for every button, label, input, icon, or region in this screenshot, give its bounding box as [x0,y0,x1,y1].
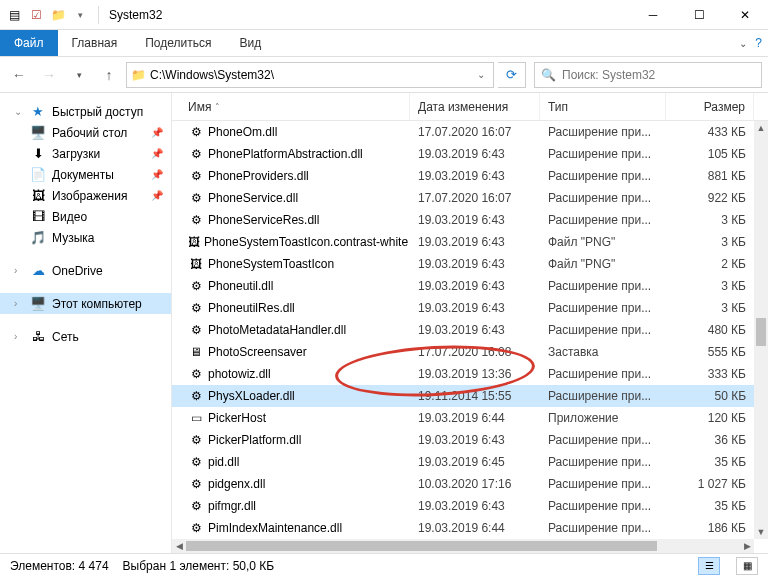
view-thumbnails-button[interactable]: ▦ [736,557,758,575]
table-row[interactable]: ⚙PhotoMetadataHandler.dll19.03.2019 6:43… [172,319,768,341]
address-input[interactable] [150,68,469,82]
maximize-button[interactable]: ☐ [676,0,722,30]
scroll-thumb[interactable] [186,541,657,551]
tab-view[interactable]: Вид [225,30,275,56]
table-row[interactable]: ▭PickerHost19.03.2019 6:44Приложение120 … [172,407,768,429]
file-icon: ▭ [188,411,204,425]
table-row[interactable]: ⚙PickerPlatform.dll19.03.2019 6:43Расшир… [172,429,768,451]
file-name: PhoneSystemToastIcon [208,257,334,271]
sidebar-item-label: Видео [52,210,87,224]
vertical-scrollbar[interactable]: ▲ ▼ [754,121,768,539]
tab-home[interactable]: Главная [58,30,132,56]
address-dropdown-icon[interactable]: ⌄ [473,69,489,80]
col-name[interactable]: Имя˄ [172,93,410,120]
sidebar-onedrive[interactable]: › ☁ OneDrive [0,260,171,281]
sidebar-item[interactable]: 🎵Музыка [0,227,171,248]
table-row[interactable]: 🖥PhotoScreensaver17.07.2020 16:08Заставк… [172,341,768,363]
sidebar-quick-access[interactable]: ⌄ ★ Быстрый доступ [0,101,171,122]
file-date: 19.03.2019 6:43 [410,257,540,271]
sidebar-item[interactable]: 🎞Видео [0,206,171,227]
scroll-down-icon[interactable]: ▼ [754,525,768,539]
file-size: 1 027 КБ [666,477,754,491]
search-icon: 🔍 [541,68,556,82]
file-icon: ⚙ [188,367,204,381]
chevron-right-icon[interactable]: › [14,265,24,276]
file-icon: ⚙ [188,169,204,183]
scroll-up-icon[interactable]: ▲ [754,121,768,135]
window-title: System32 [103,8,162,22]
scroll-thumb[interactable] [756,318,766,346]
file-size: 105 КБ [666,147,754,161]
sidebar-item[interactable]: 🖼Изображения📌 [0,185,171,206]
address-bar[interactable]: 📁 ⌄ [126,62,494,88]
back-button[interactable]: ← [6,62,32,88]
table-row[interactable]: 🖼PhoneSystemToastIcon19.03.2019 6:43Файл… [172,253,768,275]
col-date[interactable]: Дата изменения [410,93,540,120]
scroll-right-icon[interactable]: ▶ [740,539,754,553]
chevron-right-icon[interactable]: › [14,298,24,309]
file-date: 19.03.2019 6:43 [410,323,540,337]
table-row[interactable]: ⚙PhoneutilRes.dll19.03.2019 6:43Расширен… [172,297,768,319]
table-row[interactable]: ⚙pidgenx.dll10.03.2020 17:16Расширение п… [172,473,768,495]
table-row[interactable]: ⚙photowiz.dll19.03.2019 13:36Расширение … [172,363,768,385]
file-icon: ⚙ [188,389,204,403]
table-row[interactable]: 🖼PhoneSystemToastIcon.contrast-white19.0… [172,231,768,253]
file-type: Расширение при... [540,323,666,337]
file-list[interactable]: ⚙PhoneOm.dll17.07.2020 16:07Расширение п… [172,121,768,539]
file-name: pifmgr.dll [208,499,256,513]
file-type: Расширение при... [540,367,666,381]
chevron-right-icon[interactable]: › [14,331,24,342]
col-type[interactable]: Тип [540,93,666,120]
properties-shortcut-icon[interactable]: ☑ [28,7,44,23]
tab-share[interactable]: Поделиться [131,30,225,56]
col-size[interactable]: Размер [666,93,754,120]
titlebar: ▤ ☑ 📁 ▾ System32 ─ ☐ ✕ [0,0,768,30]
tab-file[interactable]: Файл [0,30,58,56]
scroll-left-icon[interactable]: ◀ [172,539,186,553]
up-button[interactable]: ↑ [96,62,122,88]
table-row[interactable]: ⚙PhoneService.dll17.07.2020 16:07Расшире… [172,187,768,209]
forward-button[interactable]: → [36,62,62,88]
ribbon-expand-icon[interactable]: ⌄ [739,38,747,49]
view-details-button[interactable]: ☰ [698,557,720,575]
folder-type-icon: 🖥️ [30,125,46,140]
pc-icon: 🖥️ [30,296,46,311]
column-headers: Имя˄ Дата изменения Тип Размер [172,93,768,121]
sidebar-item[interactable]: ⬇Загрузки📌 [0,143,171,164]
table-row[interactable]: ⚙pid.dll19.03.2019 6:45Расширение при...… [172,451,768,473]
table-row[interactable]: ⚙PhoneProviders.dll19.03.2019 6:43Расшир… [172,165,768,187]
nav-shortcut-icon[interactable]: ▤ [6,7,22,23]
file-date: 19.03.2019 6:44 [410,411,540,425]
file-icon: 🖼 [188,257,204,271]
chevron-down-icon[interactable]: ⌄ [14,106,24,117]
file-type: Расширение при... [540,301,666,315]
table-row[interactable]: ⚙pifmgr.dll19.03.2019 6:43Расширение при… [172,495,768,517]
history-dropdown-icon[interactable]: ▾ [66,62,92,88]
table-row[interactable]: ⚙PhonePlatformAbstraction.dll19.03.2019 … [172,143,768,165]
search-box[interactable]: 🔍 Поиск: System32 [534,62,762,88]
file-icon: ⚙ [188,147,204,161]
table-row[interactable]: ⚙PhoneOm.dll17.07.2020 16:07Расширение п… [172,121,768,143]
file-icon: ⚙ [188,125,204,139]
table-row[interactable]: ⚙PhoneServiceRes.dll19.03.2019 6:43Расши… [172,209,768,231]
file-size: 50 КБ [666,389,754,403]
refresh-button[interactable]: ⟳ [498,62,526,88]
file-date: 19.03.2019 6:43 [410,433,540,447]
file-icon: ⚙ [188,301,204,315]
horizontal-scrollbar[interactable]: ◀ ▶ [172,539,754,553]
file-type: Расширение при... [540,433,666,447]
file-date: 19.03.2019 6:43 [410,499,540,513]
file-icon: ⚙ [188,455,204,469]
minimize-button[interactable]: ─ [630,0,676,30]
table-row[interactable]: ⚙PimIndexMaintenance.dll19.03.2019 6:44Р… [172,517,768,539]
table-row[interactable]: ⚙Phoneutil.dll19.03.2019 6:43Расширение … [172,275,768,297]
sidebar-network[interactable]: › 🖧 Сеть [0,326,171,347]
sidebar-this-pc[interactable]: › 🖥️ Этот компьютер [0,293,171,314]
close-button[interactable]: ✕ [722,0,768,30]
file-size: 35 КБ [666,499,754,513]
sidebar-item[interactable]: 🖥️Рабочий стол📌 [0,122,171,143]
sidebar-item[interactable]: 📄Документы📌 [0,164,171,185]
qat-dropdown-icon[interactable]: ▾ [72,7,88,23]
help-icon[interactable]: ? [755,36,762,50]
table-row[interactable]: ⚙PhysXLoader.dll19.11.2014 15:55Расширен… [172,385,768,407]
